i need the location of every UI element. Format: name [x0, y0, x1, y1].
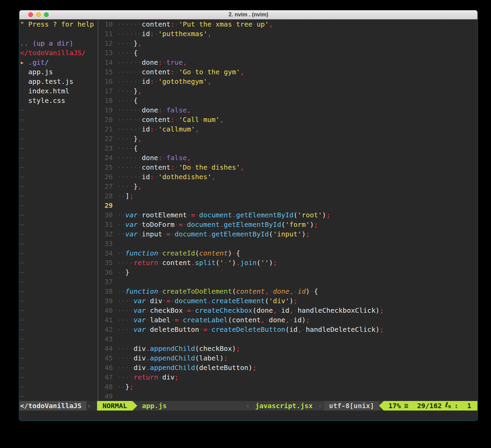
code-token: , — [285, 316, 289, 324]
code-line[interactable]: 43 — [98, 334, 477, 344]
tilde-marker: ~ — [20, 297, 24, 305]
code-line[interactable]: 18····{ — [98, 96, 477, 105]
code-line[interactable]: 30··var·rootElement·=·document.getElemen… — [98, 210, 477, 220]
tree-item[interactable]: ▸ .git/ — [20, 58, 98, 67]
code-line[interactable]: 27····}, — [98, 182, 477, 191]
code-token: xmas — [216, 20, 232, 28]
code-token: · — [154, 77, 158, 86]
code-line[interactable]: 40····var·checkBox·=·createCheckbox(done… — [98, 306, 477, 315]
code-line[interactable]: 31··var·toDoForm·=·document.getElementBy… — [98, 220, 477, 229]
line-glyph-icon: ℓN — [445, 400, 451, 412]
tree-item[interactable]: app.test.js — [20, 77, 98, 86]
code-token: ···· — [117, 316, 133, 324]
position-segment: 17% ≡ 29/162 ℓN : 1 — [384, 401, 477, 411]
code-line[interactable]: 21······id:·'callmum', — [98, 124, 477, 134]
line-number: 23 — [98, 143, 113, 153]
code-line[interactable]: 46····div.appendChild(deleteButton); — [98, 363, 477, 372]
mode-indicator: NORMAL — [97, 401, 132, 411]
code-line[interactable]: 13····{ — [98, 48, 477, 58]
empty-buffer-line: ~ — [20, 277, 98, 287]
code-token: · — [252, 20, 256, 28]
code-line[interactable]: 24······done:·false, — [98, 153, 477, 163]
code-token: = — [167, 230, 171, 238]
code-token: true — [167, 58, 183, 66]
tilde-marker: ~ — [20, 163, 24, 171]
code-token: · — [175, 20, 179, 28]
code-token: function — [125, 249, 158, 257]
code-line[interactable]: 42····var·deleteButton·=·createDeleteBut… — [98, 325, 477, 334]
code-line[interactable]: 36··} — [98, 267, 477, 277]
code-token: ···· — [117, 144, 133, 152]
code-line[interactable]: 41····var·label·=·createLabel(content,·d… — [98, 315, 477, 325]
code-token: return — [133, 373, 158, 381]
code-token: toDoForm — [142, 220, 174, 229]
code-token: getElementById — [224, 220, 281, 229]
code-line[interactable]: 11······id:·'putthexmas', — [98, 29, 477, 38]
window-title: 2. nvim . (nvim) — [19, 12, 477, 18]
code-line[interactable]: 38··function·createToDoElement(content,·… — [98, 287, 477, 296]
code-line[interactable]: 10······content:·'Put·the·xmas·tree·up', — [98, 19, 477, 29]
code-token: } — [133, 182, 138, 190]
tree-item[interactable]: </todoVanillaJS/ — [20, 48, 98, 58]
code-line[interactable]: 48··}; — [98, 382, 477, 391]
code-token: · — [220, 68, 224, 76]
tilde-marker: ~ — [20, 325, 24, 334]
code-line[interactable]: 15······content:·'Go·to·the·gym', — [98, 67, 477, 77]
code-token: · — [171, 297, 175, 305]
code-line[interactable]: 34··function·createId(content)·{ — [98, 248, 477, 258]
tree-item[interactable]: .. (up a dir) — [20, 38, 98, 48]
code-line[interactable]: 12····}, — [98, 38, 477, 48]
code-line[interactable]: 37 — [98, 277, 477, 287]
code-token: : — [150, 125, 154, 133]
tree-item[interactable]: index.html — [20, 86, 98, 96]
empty-buffer-line: ~ — [20, 248, 98, 258]
line-number: 37 — [98, 277, 113, 287]
code-token: · — [162, 106, 166, 114]
window-titlebar[interactable]: 2. nvim . (nvim) — [19, 10, 477, 19]
tree-item[interactable]: " Press ? for help — [20, 19, 98, 29]
code-token: ( — [252, 306, 256, 314]
code-token: · — [158, 259, 162, 267]
line-number: 20 — [98, 115, 113, 124]
command-line[interactable] — [19, 411, 477, 420]
code-line[interactable]: 22····}, — [98, 134, 477, 143]
code-line[interactable]: 20······content:·'Call·mum', — [98, 115, 477, 124]
code-line[interactable]: 29 — [98, 201, 477, 210]
tree-item-text: (up a dir) — [28, 39, 73, 47]
code-line[interactable]: 44····div.appendChild(checkBox); — [98, 344, 477, 353]
code-line[interactable]: 32··var·input·=·document.getElementById(… — [98, 229, 477, 239]
code-token: · — [195, 20, 199, 28]
code-line[interactable]: 35····return·content.split('·').join('')… — [98, 258, 477, 267]
line-number: 34 — [98, 248, 113, 258]
code-line[interactable]: 16······id:·'gotothegym', — [98, 77, 477, 86]
tilde-marker: ~ — [20, 306, 24, 314]
code-line[interactable]: 39····var·div·=·document.createElement('… — [98, 296, 477, 306]
tree-item[interactable]: app.js — [20, 67, 98, 77]
code-line[interactable]: 45····div.appendChild(label); — [98, 353, 477, 363]
tree-item-text: / — [45, 58, 49, 66]
code-line[interactable]: 23····{ — [98, 143, 477, 153]
code-line[interactable]: 19······done:·false, — [98, 105, 477, 115]
code-token: ; — [306, 316, 310, 324]
code-line[interactable]: 49 — [98, 391, 477, 401]
code-token: · — [207, 325, 211, 334]
code-line[interactable]: 28··]; — [98, 191, 477, 201]
code-token: content — [199, 249, 228, 257]
code-token: , — [183, 58, 187, 66]
tree-item[interactable]: style.css — [20, 96, 98, 105]
code-token: ; — [236, 344, 240, 353]
code-token: · — [302, 325, 306, 334]
code-token: div — [133, 354, 146, 362]
tilde-marker: ~ — [20, 240, 24, 248]
code-line[interactable]: 47····return·div; — [98, 372, 477, 382]
code-token: = — [179, 220, 183, 229]
code-token: ; — [294, 297, 298, 305]
code-token: tree — [236, 20, 252, 28]
code-line[interactable]: 33 — [98, 239, 477, 248]
code-line[interactable]: 17····}, — [98, 86, 477, 96]
code-token: var — [125, 211, 138, 219]
code-line[interactable]: 26······id:·'dothedishes', — [98, 172, 477, 182]
code-line[interactable]: 14······done:·true, — [98, 58, 477, 67]
code-line[interactable]: 25······content:·'Do·the·dishes', — [98, 163, 477, 172]
code-token: · — [289, 316, 294, 324]
